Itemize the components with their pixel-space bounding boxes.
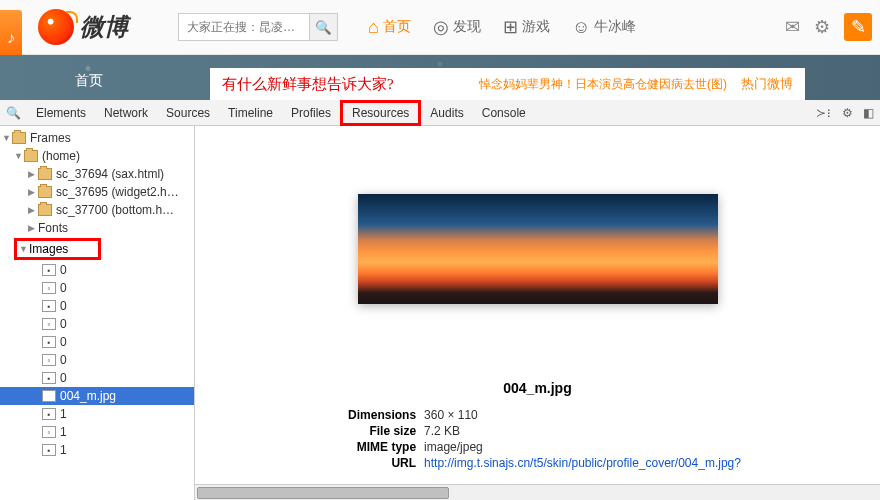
logo[interactable]: 微博 xyxy=(38,9,128,45)
devtools-controls: ≻⫶ ⚙ ◧ xyxy=(816,106,874,120)
image-file-icon: ▪ xyxy=(42,336,56,348)
tab-timeline[interactable]: Timeline xyxy=(219,100,282,126)
nav-discover[interactable]: ◎发现 xyxy=(433,16,481,38)
image-file-icon: ▪ xyxy=(42,300,56,312)
compose-button[interactable]: ✎ xyxy=(844,13,872,41)
tree-image-item[interactable]: ▪0 xyxy=(0,297,194,315)
meta-label: Dimensions xyxy=(334,408,424,422)
tree-file[interactable]: ▶sc_37694 (sax.html) xyxy=(0,165,194,183)
meta-label: File size xyxy=(334,424,424,438)
devtools-search-icon[interactable]: 🔍 xyxy=(6,106,21,120)
search-input[interactable] xyxy=(179,20,309,34)
image-file-icon: ▫ xyxy=(42,282,56,294)
weibo-logo-icon xyxy=(38,9,74,45)
tree-image-item[interactable]: ▫0 xyxy=(0,279,194,297)
tree-image-item[interactable]: ▪0 xyxy=(0,369,194,387)
tree-file[interactable]: ▶sc_37695 (widget2.h… xyxy=(0,183,194,201)
compose-prompt: 有什么新鲜事想告诉大家? xyxy=(222,75,394,94)
meta-value: 360 × 110 xyxy=(424,408,478,422)
tree-image-selected[interactable]: ▭004_m.jpg xyxy=(0,387,194,405)
search-box: 🔍 xyxy=(178,13,338,41)
devtools-tabs: 🔍 Elements Network Sources Timeline Prof… xyxy=(0,100,880,126)
tab-network[interactable]: Network xyxy=(95,100,157,126)
settings-icon[interactable]: ⚙ xyxy=(842,106,853,120)
image-file-icon: ▪ xyxy=(42,444,56,456)
tab-elements[interactable]: Elements xyxy=(27,100,95,126)
devtools-panel: 🔍 Elements Network Sources Timeline Prof… xyxy=(0,100,880,500)
folder-icon xyxy=(12,132,26,144)
image-file-icon: ▫ xyxy=(42,318,56,330)
tree-image-item[interactable]: ▫1 xyxy=(0,423,194,441)
tree-image-item[interactable]: ▫0 xyxy=(0,315,194,333)
search-button[interactable]: 🔍 xyxy=(309,14,337,40)
image-file-icon: ▪ xyxy=(42,264,56,276)
image-file-icon: ▪ xyxy=(42,408,56,420)
tab-console[interactable]: Console xyxy=(473,100,535,126)
horizontal-scrollbar[interactable] xyxy=(195,484,880,500)
resources-tree: ▼Frames ▼(home) ▶sc_37694 (sax.html) ▶sc… xyxy=(0,126,195,500)
nav-game[interactable]: ⊞游戏 xyxy=(503,16,550,38)
search-icon: 🔍 xyxy=(315,20,332,35)
image-file-icon: ▫ xyxy=(42,354,56,366)
mail-icon[interactable]: ✉ xyxy=(785,16,800,38)
profile-banner: 首页 有什么新鲜事想告诉大家? 悼念妈妈辈男神！日本演员高仓健因病去世(图) 热… xyxy=(0,55,880,100)
resource-preview: 004_m.jpg Dimensions360 × 110 File size7… xyxy=(195,126,880,500)
tree-fonts[interactable]: ▶Fonts xyxy=(0,219,194,237)
devtools-body: ▼Frames ▼(home) ▶sc_37694 (sax.html) ▶sc… xyxy=(0,126,880,500)
tree-file[interactable]: ▶sc_37700 (bottom.h… xyxy=(0,201,194,219)
logo-text: 微博 xyxy=(80,11,128,43)
meta-label: URL xyxy=(334,456,424,470)
preview-filename: 004_m.jpg xyxy=(195,380,880,396)
tree-image-item[interactable]: ▪0 xyxy=(0,261,194,279)
tree-image-item[interactable]: ▪1 xyxy=(0,441,194,459)
meta-value: image/jpeg xyxy=(424,440,483,454)
image-preview-area xyxy=(195,126,880,372)
image-file-icon: ▫ xyxy=(42,426,56,438)
tree-image-item[interactable]: ▪0 xyxy=(0,333,194,351)
user-icon: ☺ xyxy=(572,17,590,38)
nav: ⌂首页 ◎发现 ⊞游戏 ☺牛冰峰 xyxy=(368,16,636,38)
tab-audits[interactable]: Audits xyxy=(421,100,472,126)
image-file-icon: ▪ xyxy=(42,372,56,384)
tab-resources[interactable]: Resources xyxy=(340,100,421,126)
tab-sources[interactable]: Sources xyxy=(157,100,219,126)
tree-images-highlighted[interactable]: ▼Images xyxy=(14,238,101,260)
banner-home-label[interactable]: 首页 xyxy=(75,72,103,90)
tree-home[interactable]: ▼(home) xyxy=(0,147,194,165)
meta-label: MIME type xyxy=(334,440,424,454)
image-file-icon: ▭ xyxy=(42,390,56,402)
tree-image-item[interactable]: ▪1 xyxy=(0,405,194,423)
preview-image xyxy=(358,194,718,304)
discover-icon: ◎ xyxy=(433,16,449,38)
gear-icon[interactable]: ⚙ xyxy=(814,16,830,38)
tree-image-item[interactable]: ▫0 xyxy=(0,351,194,369)
tab-profiles[interactable]: Profiles xyxy=(282,100,340,126)
game-icon: ⊞ xyxy=(503,16,518,38)
dock-icon[interactable]: ◧ xyxy=(863,106,874,120)
compose-card: 有什么新鲜事想告诉大家? 悼念妈妈辈男神！日本演员高仓健因病去世(图) 热门微博 xyxy=(210,68,805,100)
drawer-icon[interactable]: ≻⫶ xyxy=(816,106,832,120)
hot-weibo-link[interactable]: 热门微博 xyxy=(741,75,793,93)
meta-url-link[interactable]: http://img.t.sinajs.cn/t5/skin/public/pr… xyxy=(424,456,741,470)
folder-icon xyxy=(38,204,52,216)
folder-icon xyxy=(38,186,52,198)
nav-home[interactable]: ⌂首页 xyxy=(368,17,411,38)
tree-frames[interactable]: ▼Frames xyxy=(0,129,194,147)
home-icon: ⌂ xyxy=(368,17,379,38)
weibo-header: 微博 🔍 ⌂首页 ◎发现 ⊞游戏 ☺牛冰峰 ✉ ⚙ ✎ xyxy=(0,0,880,55)
image-metadata: 004_m.jpg Dimensions360 × 110 File size7… xyxy=(195,372,880,484)
header-actions: ✉ ⚙ ✎ xyxy=(785,13,872,41)
hot-news-link[interactable]: 悼念妈妈辈男神！日本演员高仓健因病去世(图) xyxy=(479,76,727,93)
folder-icon xyxy=(38,168,52,180)
meta-value: 7.2 KB xyxy=(424,424,460,438)
nav-user[interactable]: ☺牛冰峰 xyxy=(572,17,636,38)
folder-icon xyxy=(24,150,38,162)
